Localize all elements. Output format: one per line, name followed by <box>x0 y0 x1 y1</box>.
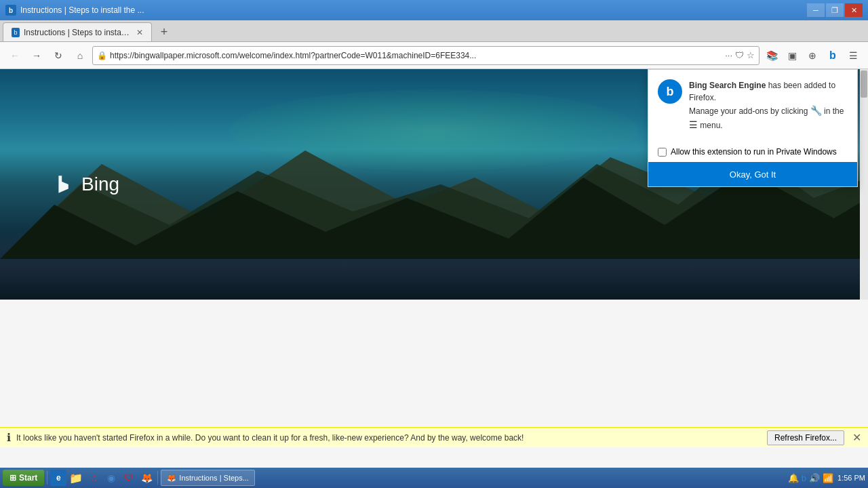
taskbar: ⊞ Start e 📁 ♫ ◉ 🛡 🦊 🦊 Instructions | Ste… <box>0 468 868 488</box>
refresh-firefox-button[interactable]: Refresh Firefox... <box>767 430 844 445</box>
notif-body: b Bing Search Engine has been added to F… <box>648 70 857 142</box>
bing-text: Bing <box>81 174 119 195</box>
new-tab-button[interactable]: + <box>155 22 174 41</box>
tray-network-icon2[interactable]: 📶 <box>823 473 833 483</box>
bing-logo: Bing <box>54 174 119 195</box>
start-label: Start <box>19 473 37 483</box>
bookmark-icon[interactable]: ☆ <box>747 50 755 60</box>
more-options-icon[interactable]: ··· <box>725 50 732 60</box>
bing-b-icon <box>54 174 76 195</box>
content-area: 🧩 Allow bingwallpaper.microsoft.com to i… <box>0 300 868 468</box>
notif-text: Bing Search Engine has been added to Fir… <box>689 79 848 132</box>
active-tab[interactable]: b Instructions | Steps to install the ..… <box>3 22 152 41</box>
info-icon: ℹ <box>7 431 11 444</box>
notif-checkbox-row: Allow this extension to run in Private W… <box>648 142 857 162</box>
taskbar-ie-icon[interactable]: e <box>50 470 66 486</box>
window-title: Instructions | Steps to install the ... <box>20 5 807 15</box>
nav-bar: ← → ↻ ⌂ 🔒 https://bingwallpaper.microsof… <box>0 42 868 69</box>
taskbar-firefox-icon[interactable]: 🦊 <box>138 470 155 486</box>
shield-icon[interactable]: 🛡 <box>735 50 744 60</box>
tab-label: Instructions | Steps to install the ... <box>24 28 130 37</box>
notification-popup: b Bing Search Engine has been added to F… <box>648 69 858 187</box>
taskbar-right: 🔔 b 🔊 📶 1:56 PM <box>788 473 865 483</box>
bottom-notif-text: It looks like you haven't started Firefo… <box>16 433 524 443</box>
close-button[interactable]: ✕ <box>845 3 863 17</box>
notif-bold: Bing Search Engine <box>689 81 766 90</box>
system-tray-icons: 🔔 b 🔊 📶 <box>788 473 833 483</box>
address-bar[interactable]: 🔒 https://bingwallpaper.microsoft.com/we… <box>92 46 760 65</box>
browser-favicon: b <box>5 5 16 16</box>
taskbar-app-icon: 🦊 <box>167 474 176 483</box>
scrollbar[interactable] <box>860 69 868 300</box>
bottom-notification-bar: ℹ It looks like you haven't started Fire… <box>0 427 868 447</box>
tab-bar: b Instructions | Steps to install the ..… <box>0 20 868 42</box>
notif-bing-icon: b <box>658 79 682 104</box>
pocket-icon[interactable]: ⊕ <box>803 46 822 65</box>
notif-body-text: Manage your add-ons by clicking 🔧 in the… <box>689 106 844 130</box>
forward-button[interactable]: → <box>27 46 46 65</box>
browser-content: Bing b Bing Search Engine has been added… <box>0 69 868 468</box>
title-bar: b Instructions | Steps to install the ..… <box>0 0 868 20</box>
taskbar-chrome-icon[interactable]: ◉ <box>103 470 119 486</box>
ok-got-it-button[interactable]: Okay, Got It <box>648 162 857 186</box>
private-windows-label: Allow this extension to run in Private W… <box>671 147 837 157</box>
library-icon[interactable]: 📚 <box>762 46 781 65</box>
back-button[interactable]: ← <box>5 46 24 65</box>
address-bar-icons: ··· 🛡 ☆ <box>725 50 755 60</box>
system-clock: 1:56 PM <box>837 473 865 483</box>
scrollbar-thumb <box>861 70 867 98</box>
tray-bing-icon[interactable]: b <box>802 473 806 483</box>
lock-icon: 🔒 <box>97 51 107 60</box>
taskbar-media-icon[interactable]: ♫ <box>85 470 102 486</box>
tray-volume-icon[interactable]: 🔊 <box>809 473 820 483</box>
tray-network-icon[interactable]: 🔔 <box>788 473 799 483</box>
tab-favicon: b <box>12 28 20 37</box>
start-button[interactable]: ⊞ Start <box>3 470 44 486</box>
url-text: https://bingwallpaper.microsoft.com/welc… <box>110 51 722 60</box>
taskbar-app-label: Instructions | Steps... <box>179 474 249 482</box>
start-icon: ⊞ <box>9 473 16 483</box>
window-controls: ─ ❐ ✕ <box>807 3 863 17</box>
menu-button[interactable]: ☰ <box>844 46 863 65</box>
nav-right-icons: 📚 ▣ ⊕ b ☰ <box>762 46 863 65</box>
minimize-button[interactable]: ─ <box>807 3 825 17</box>
restore-button[interactable]: ❐ <box>826 3 844 17</box>
taskbar-separator-2 <box>157 471 158 485</box>
sidebar-icon[interactable]: ▣ <box>783 46 802 65</box>
bing-icon[interactable]: b <box>823 46 842 65</box>
taskbar-folder-icon[interactable]: 📁 <box>68 470 84 486</box>
taskbar-antivirus-icon[interactable]: 🛡 <box>121 470 137 486</box>
tab-close-button[interactable]: ✕ <box>136 28 143 37</box>
bing-background: Bing b Bing Search Engine has been added… <box>0 69 868 300</box>
reload-button[interactable]: ↻ <box>49 46 68 65</box>
taskbar-firefox-app[interactable]: 🦊 Instructions | Steps... <box>161 470 255 486</box>
taskbar-separator <box>47 471 47 485</box>
home-button[interactable]: ⌂ <box>71 46 90 65</box>
private-windows-checkbox[interactable] <box>658 148 667 157</box>
bottom-notif-close-button[interactable]: ✕ <box>852 431 861 444</box>
